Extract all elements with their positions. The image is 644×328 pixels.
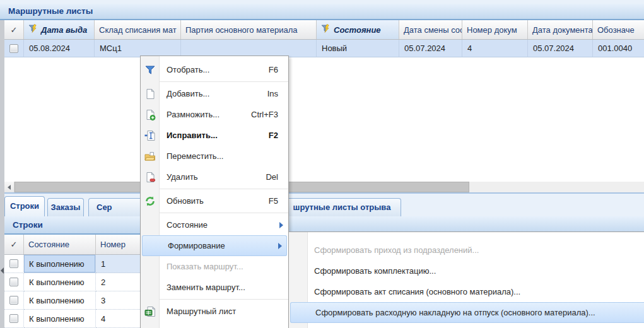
checkmark-icon: ✓ xyxy=(11,25,18,35)
duplicate-document-icon xyxy=(141,109,159,120)
cell-warehouse[interactable]: МСц1 xyxy=(95,40,181,57)
row-checkbox-cell[interactable] xyxy=(4,255,24,273)
row-checkbox[interactable] xyxy=(9,259,18,268)
column-header-designation[interactable]: Обозначе xyxy=(593,20,644,39)
cell-state[interactable]: Новый xyxy=(317,40,399,57)
column-header-issue-date[interactable]: Дата выда xyxy=(24,20,95,39)
cell-state[interactable]: К выполнению xyxy=(24,255,96,273)
cell-designation[interactable]: 001.0040 xyxy=(593,40,644,57)
column-header-doc-date[interactable]: Дата документа xyxy=(528,20,593,39)
row-checkbox[interactable] xyxy=(9,278,18,286)
menu-item-filter[interactable]: Отобрать... F6 xyxy=(141,59,288,80)
left-frame-strip xyxy=(0,20,4,328)
submenu-arrow-icon xyxy=(278,243,282,249)
menu-separator xyxy=(141,213,288,213)
column-header-batch[interactable]: Партия основного материала xyxy=(181,20,317,39)
menu-item-add[interactable]: Добавить... Ins xyxy=(141,83,288,104)
cell-state-change-date[interactable]: 05.07.2024 xyxy=(399,40,462,57)
menu-item-replace-route[interactable]: Заменить маршрут... xyxy=(141,277,288,298)
column-header-state[interactable]: Состояние xyxy=(317,20,399,39)
column-header-warehouse[interactable]: Склад списания мат xyxy=(95,20,181,39)
spreadsheet-document-icon xyxy=(141,306,159,317)
submenu-item-incoming-from-departments: Сформировать приход из подразделений... xyxy=(289,240,644,261)
refresh-icon xyxy=(141,196,159,207)
column-header-check[interactable]: ✓ xyxy=(4,235,24,254)
top-panel-title: Маршрутные листы xyxy=(0,4,644,20)
row-checkbox-cell[interactable] xyxy=(4,291,24,310)
row-checkbox[interactable] xyxy=(9,44,18,53)
row-checkbox[interactable] xyxy=(9,314,18,323)
submenu-item-completing[interactable]: Сформировать комплектацию... xyxy=(289,261,644,281)
menu-separator xyxy=(141,189,288,189)
app-window: Маршрутные листы ✓ Дата выда Склад списа… xyxy=(0,0,644,328)
checkmark-icon: ✓ xyxy=(11,240,18,249)
tab-stroki[interactable]: Строки xyxy=(4,196,45,216)
edit-document-icon xyxy=(141,130,159,141)
submenu-item-expense-invoice[interactable]: Сформировать расходную накладную на отпу… xyxy=(290,302,644,323)
move-folder-icon xyxy=(141,151,159,162)
menu-item-refresh[interactable]: Обновить F5 xyxy=(141,190,288,211)
cell-issue-date[interactable]: 05.08.2024 xyxy=(24,40,95,57)
filter-lightning-icon xyxy=(28,24,38,35)
cell-state[interactable]: К выполнению xyxy=(24,273,96,291)
context-menu: Отобрать... F6 Добавить... Ins Размножит… xyxy=(140,56,289,328)
menu-item-formation[interactable]: Формирование xyxy=(142,235,287,256)
scroll-left-arrow-icon xyxy=(8,185,11,190)
route-sheet-row[interactable]: 05.08.2024 МСц1 Новый 05.07.2024 4 05.07… xyxy=(4,40,644,57)
submenu-item-writeoff-act[interactable]: Сформировать акт списания (основного мат… xyxy=(289,281,644,302)
filter-lightning-icon xyxy=(321,24,331,35)
tab-route-sheets-otryva[interactable]: шрутные листы отрыва xyxy=(283,198,401,216)
formation-submenu: Сформировать приход из подразделений... … xyxy=(288,231,644,328)
pane-divider xyxy=(0,192,644,194)
menu-item-show-route: Показать маршрут... xyxy=(141,256,288,277)
column-header-doc-number[interactable]: Номер докум xyxy=(462,20,528,39)
horizontal-scrollbar[interactable] xyxy=(4,182,644,192)
menu-item-edit[interactable]: Исправить... F2 xyxy=(141,125,288,146)
tab-serii[interactable]: Сер xyxy=(88,198,148,216)
cell-doc-date[interactable]: 05.07.2024 xyxy=(528,40,593,57)
submenu-arrow-icon xyxy=(279,222,283,228)
menu-item-duplicate[interactable]: Размножить... Ctrl+F3 xyxy=(141,104,288,125)
column-header-state[interactable]: Состояние xyxy=(24,235,96,254)
row-checkbox-cell[interactable] xyxy=(4,273,24,291)
row-checkbox-cell[interactable] xyxy=(4,40,24,57)
menu-item-move[interactable]: Переместить... xyxy=(141,146,288,167)
column-header-state-change-date[interactable]: Дата смены сос xyxy=(399,20,462,39)
row-checkbox-cell[interactable] xyxy=(4,310,24,328)
menu-separator xyxy=(141,299,288,300)
splitter-collapse-arrow[interactable] xyxy=(1,267,4,274)
column-header-check[interactable]: ✓ xyxy=(4,20,24,39)
route-sheets-grid[interactable]: ✓ Дата выда Склад списания мат Партия ос… xyxy=(4,20,644,182)
cell-batch[interactable] xyxy=(181,40,317,57)
tab-zakazy[interactable]: Заказы xyxy=(47,198,84,216)
new-document-icon xyxy=(141,88,159,100)
cell-state[interactable]: К выполнению xyxy=(24,310,96,328)
row-checkbox[interactable] xyxy=(9,296,18,305)
route-sheets-header-row: ✓ Дата выда Склад списания мат Партия ос… xyxy=(4,20,644,40)
cell-doc-number[interactable]: 4 xyxy=(462,40,528,57)
menu-separator xyxy=(141,81,288,82)
menu-item-route-sheet-report[interactable]: Маршрутный лист xyxy=(141,301,288,322)
menu-item-state[interactable]: Состояние xyxy=(141,214,288,235)
delete-document-icon xyxy=(141,172,159,183)
filter-icon xyxy=(141,64,159,76)
cell-state[interactable]: К выполнению xyxy=(24,291,96,310)
menu-item-delete[interactable]: Удалить Del xyxy=(141,167,288,187)
scroll-left-button[interactable] xyxy=(4,182,15,192)
